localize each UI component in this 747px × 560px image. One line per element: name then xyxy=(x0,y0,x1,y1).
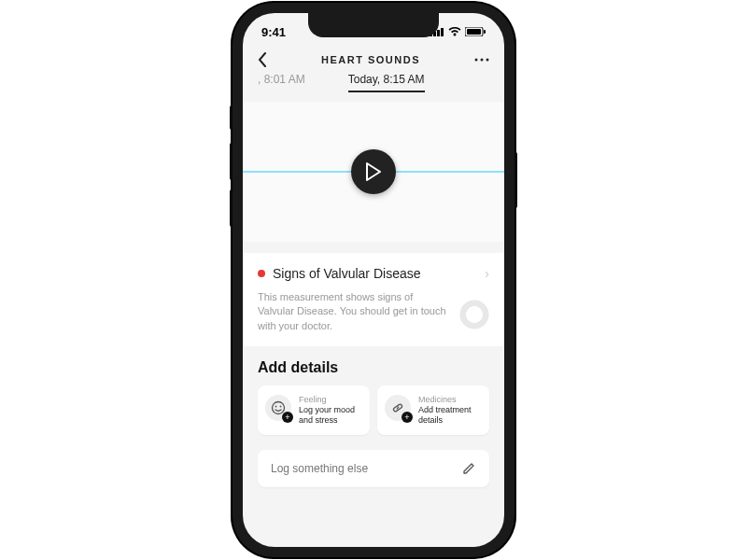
date-tabs[interactable]: , 8:01 AM Today, 8:15 AM xyxy=(243,73,504,102)
play-button[interactable] xyxy=(351,149,396,194)
side-button xyxy=(230,143,233,180)
pill-icon: + xyxy=(385,395,411,421)
diagnosis-header: Signs of Valvular Disease › xyxy=(258,266,489,281)
battery-icon xyxy=(465,27,486,36)
svg-rect-3 xyxy=(441,28,444,36)
wifi-icon xyxy=(448,27,461,36)
side-button xyxy=(514,152,517,208)
detail-card-feeling[interactable]: + Feeling Log your mood and stress xyxy=(258,385,370,434)
svg-point-9 xyxy=(486,59,488,62)
edit-icon xyxy=(461,461,476,476)
status-indicators xyxy=(430,27,486,36)
detail-card-medicines[interactable]: + Medicines Add treatment details xyxy=(377,385,489,434)
svg-point-52 xyxy=(275,406,277,408)
diagnosis-title: Signs of Valvular Disease xyxy=(273,266,420,281)
svg-point-51 xyxy=(273,402,285,414)
log-else-label: Log something else xyxy=(271,462,368,475)
phone-frame: 9:41 HEART SOUNDS , 8:01 AM Today, 8:15 … xyxy=(233,3,514,557)
smiley-icon: + xyxy=(265,395,291,421)
diagnosis-card[interactable]: Signs of Valvular Disease › This measure… xyxy=(243,253,504,346)
back-button[interactable] xyxy=(258,52,267,67)
svg-point-8 xyxy=(480,59,483,62)
svg-point-53 xyxy=(280,406,282,408)
card-label: Medicines xyxy=(418,395,480,405)
alert-dot-icon xyxy=(258,270,265,277)
pulse-indicator-icon xyxy=(458,298,491,331)
side-button xyxy=(230,105,233,130)
card-prompt: Log your mood and stress xyxy=(299,405,360,426)
status-time: 9:41 xyxy=(261,25,286,39)
plus-icon: + xyxy=(402,412,413,423)
chevron-right-icon: › xyxy=(485,266,489,281)
svg-line-55 xyxy=(397,407,399,410)
svg-rect-6 xyxy=(484,30,486,34)
play-icon xyxy=(365,162,382,181)
tab-prev[interactable]: , 8:01 AM xyxy=(258,73,305,92)
svg-rect-5 xyxy=(467,29,481,35)
side-button xyxy=(230,189,233,227)
more-button[interactable] xyxy=(474,58,489,62)
nav-bar: HEART SOUNDS xyxy=(243,50,504,73)
diagnosis-body: This measurement shows signs of Valvular… xyxy=(258,290,489,333)
svg-rect-2 xyxy=(437,30,440,36)
log-something-else[interactable]: Log something else xyxy=(258,450,489,487)
plus-icon: + xyxy=(282,412,293,423)
details-heading: Add details xyxy=(258,359,489,376)
notch xyxy=(308,13,439,37)
tab-current[interactable]: Today, 8:15 AM xyxy=(348,73,425,92)
page-title: HEART SOUNDS xyxy=(321,54,420,65)
svg-point-7 xyxy=(474,59,477,62)
card-label: Feeling xyxy=(299,395,360,405)
add-details-section: Add details + Feeling Log your mood and … xyxy=(243,346,504,441)
screen: 9:41 HEART SOUNDS , 8:01 AM Today, 8:15 … xyxy=(243,13,504,547)
card-prompt: Add treatment details xyxy=(418,405,480,426)
waveform-area xyxy=(243,102,504,242)
